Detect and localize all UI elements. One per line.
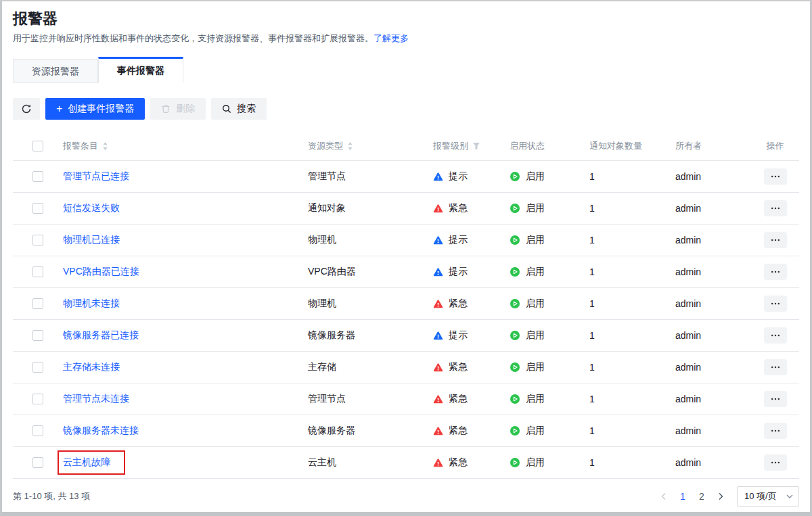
chevron-down-icon	[786, 494, 793, 498]
app-window: 报警器 用于监控并响应时序性数据和事件的状态变化，支持资源报警器、事件报警器和扩…	[0, 0, 812, 516]
alarm-level-label: 紧急	[449, 456, 468, 469]
search-icon	[222, 104, 231, 114]
tab-event-alarms[interactable]: 事件报警器	[98, 57, 183, 83]
row-checkbox[interactable]	[32, 171, 43, 182]
enable-status-cell: 启用	[510, 234, 589, 246]
sort-icon[interactable]	[102, 141, 108, 151]
column-header-alarm-level[interactable]: 报警级别	[433, 140, 510, 152]
status-enabled-icon	[510, 394, 520, 404]
page-description-text: 用于监控并响应时序性数据和事件的状态变化，支持资源报警器、事件报警器和扩展报警器…	[13, 33, 374, 43]
row-checkbox[interactable]	[32, 235, 43, 245]
create-event-alarm-button[interactable]: + 创建事件报警器	[45, 98, 145, 120]
alarm-table: 报警条目 资源类型 报警级别	[13, 132, 799, 479]
refresh-button[interactable]	[13, 98, 40, 120]
alarm-name-cell: 镜像服务器已连接	[63, 329, 139, 342]
table-row: 管理节点未连接 管理节点 紧急 启用 1 admin	[13, 383, 799, 415]
page-number-1[interactable]: 1	[675, 488, 691, 505]
owner-cell: admin	[675, 330, 751, 341]
tab-resource-alarms[interactable]: 资源报警器	[13, 59, 98, 83]
chevron-left-icon	[660, 492, 667, 500]
table-row: 镜像服务器未连接 镜像服务器 紧急 启用 1 admin	[13, 415, 799, 447]
notify-count-cell: 1	[589, 266, 675, 277]
alarm-name-link[interactable]: 短信发送失败	[63, 202, 120, 213]
alarm-level-icon	[433, 331, 443, 341]
status-enabled-icon	[510, 235, 520, 245]
alarm-name-cell: 短信发送失败	[63, 202, 120, 214]
filter-icon[interactable]	[472, 142, 480, 150]
table-footer: 第 1-10 项, 共 13 项 1 2 10 项/页	[13, 479, 799, 513]
status-enabled-icon	[510, 457, 520, 468]
status-label: 启用	[526, 202, 545, 214]
select-all-checkbox[interactable]	[32, 141, 43, 151]
alarm-level-cell: 紧急	[433, 425, 510, 437]
alarm-level-cell: 提示	[433, 170, 510, 183]
column-header-resource-type[interactable]: 资源类型	[308, 140, 433, 152]
ellipsis-icon	[771, 302, 780, 305]
row-actions-button[interactable]	[764, 454, 787, 471]
table-row: 管理节点已连接 管理节点 提示 启用 1 admin	[13, 161, 799, 193]
resource-type-cell: 物理机	[308, 234, 433, 246]
alarm-name-link[interactable]: 镜像服务器未连接	[63, 425, 139, 436]
row-checkbox[interactable]	[32, 457, 43, 468]
table-row: 物理机已连接 物理机 提示 启用 1 admin	[13, 225, 799, 256]
enable-status-cell: 启用	[510, 456, 589, 469]
row-checkbox[interactable]	[32, 394, 43, 404]
ellipsis-icon	[771, 334, 780, 337]
owner-cell: admin	[675, 425, 751, 436]
alarm-name-link[interactable]: VPC路由器已连接	[63, 266, 139, 277]
row-checkbox[interactable]	[32, 298, 43, 309]
sort-icon[interactable]	[347, 141, 353, 151]
notify-count-cell: 1	[589, 298, 675, 309]
notify-count-cell: 1	[589, 425, 675, 436]
column-header-alarm-name[interactable]: 报警条目	[63, 140, 308, 152]
row-actions-button[interactable]	[764, 200, 787, 216]
alarm-level-label: 紧急	[449, 298, 468, 310]
row-actions-button[interactable]	[764, 359, 787, 375]
page-number-2[interactable]: 2	[694, 488, 710, 505]
alarm-name-link[interactable]: 镜像服务器已连接	[63, 329, 139, 340]
row-actions-button[interactable]	[764, 232, 787, 248]
alarm-level-cell: 提示	[433, 329, 510, 342]
alarm-level-icon	[433, 394, 443, 404]
refresh-icon	[21, 103, 32, 114]
status-label: 启用	[526, 234, 545, 246]
alarm-name-link[interactable]: 管理节点未连接	[63, 393, 129, 404]
alarm-name-cell: VPC路由器已连接	[63, 266, 139, 278]
alarm-name-link[interactable]: 管理节点已连接	[63, 170, 129, 181]
alarm-name-cell: 管理节点已连接	[63, 170, 129, 183]
ellipsis-icon	[771, 429, 780, 432]
alarm-name-link[interactable]: 主存储未连接	[63, 361, 120, 372]
resource-type-cell: 物理机	[308, 298, 433, 310]
notify-count-cell: 1	[589, 394, 675, 404]
alarm-name-cell: 云主机故障	[58, 450, 125, 475]
alarm-name-link[interactable]: 物理机未连接	[63, 298, 120, 308]
learn-more-link[interactable]: 了解更多	[374, 33, 409, 43]
alarm-name-link[interactable]: 云主机故障	[63, 456, 110, 467]
enable-status-cell: 启用	[510, 202, 589, 214]
delete-button[interactable]: 删除	[150, 98, 206, 120]
prev-page-button[interactable]	[656, 488, 672, 505]
search-button[interactable]: 搜索	[211, 98, 267, 120]
row-checkbox[interactable]	[32, 330, 43, 341]
row-actions-button[interactable]	[764, 264, 787, 280]
row-checkbox[interactable]	[32, 266, 43, 277]
status-label: 启用	[526, 266, 545, 278]
status-label: 启用	[526, 393, 545, 405]
row-checkbox[interactable]	[32, 203, 43, 214]
create-event-alarm-label: 创建事件报警器	[68, 103, 134, 115]
row-checkbox[interactable]	[32, 362, 43, 373]
row-actions-button[interactable]	[764, 296, 787, 312]
table-row: 云主机故障 云主机 紧急 启用 1 admin	[13, 447, 799, 479]
row-actions-button[interactable]	[764, 391, 787, 407]
page-size-select[interactable]: 10 项/页	[737, 486, 799, 507]
notify-count-cell: 1	[589, 362, 675, 373]
row-actions-button[interactable]	[764, 327, 787, 344]
enable-status-cell: 启用	[510, 425, 589, 437]
next-page-button[interactable]	[713, 488, 729, 505]
alarm-name-link[interactable]: 物理机已连接	[63, 234, 120, 245]
row-actions-button[interactable]	[764, 423, 787, 439]
row-actions-button[interactable]	[764, 168, 787, 185]
row-checkbox[interactable]	[32, 425, 43, 436]
alarm-level-label: 提示	[449, 170, 468, 183]
alarm-level-icon	[433, 362, 443, 373]
